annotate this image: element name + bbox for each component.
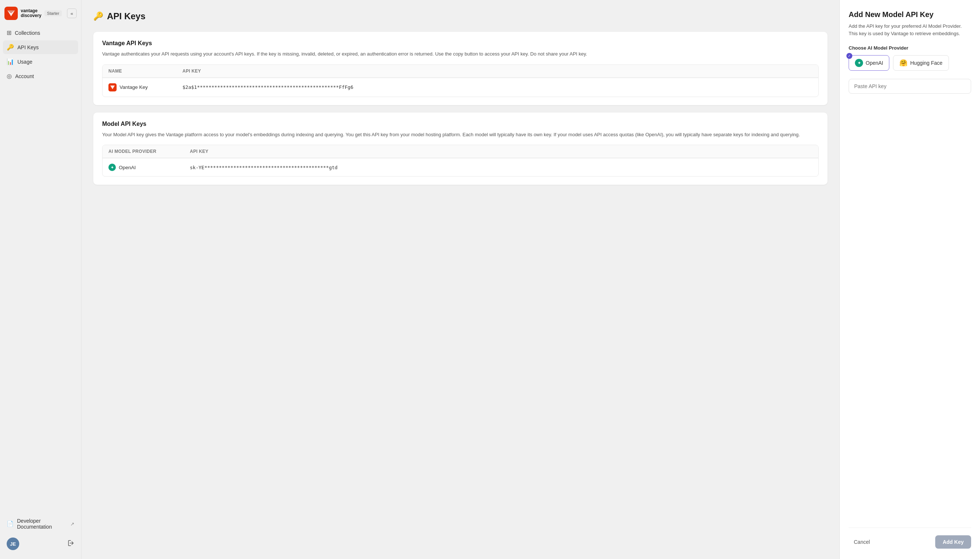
logo-text-area: vantagediscovery — [21, 8, 41, 18]
sidebar-item-label: Usage — [17, 59, 32, 65]
cancel-button[interactable]: Cancel — [849, 536, 875, 548]
panel-footer: Cancel Add Key — [849, 528, 971, 549]
user-area: JE — [3, 534, 78, 553]
key-icon: 🔑 — [7, 44, 14, 51]
chart-icon: 📊 — [7, 58, 14, 65]
avatar: JE — [7, 538, 19, 550]
selected-checkmark: ✓ — [846, 53, 852, 59]
openai-icon: ✦ — [855, 59, 863, 67]
circle-user-icon: ◎ — [7, 73, 12, 79]
api-key-input[interactable] — [849, 79, 971, 94]
panel-description: Add the API key for your preferred AI Mo… — [849, 23, 971, 37]
col-provider-header: AI Model Provider — [109, 149, 190, 154]
huggingface-label: Hugging Face — [910, 60, 942, 66]
huggingface-icon: 🤗 — [899, 59, 907, 67]
page-title: API Keys — [107, 11, 145, 22]
huggingface-provider-button[interactable]: 🤗 Hugging Face — [893, 55, 949, 71]
table-row: ✦ OpenAI sk-YE**************************… — [102, 158, 818, 176]
vantage-keys-table: Name API Key Vantage Key $2a$1**********… — [102, 64, 818, 97]
nav-items: ⊞ Collections 🔑 API Keys 📊 Usage ◎ Accou… — [0, 26, 81, 512]
model-api-keys-section: Model API Keys Your Model API key gives … — [93, 112, 828, 185]
logout-icon — [67, 539, 74, 547]
panel-title: Add New Model API Key — [849, 10, 971, 19]
document-icon: 📄 — [7, 521, 14, 527]
model-section-desc: Your Model API key gives the Vantage pla… — [102, 131, 818, 139]
developer-documentation-link[interactable]: 📄 Developer Documentation ↗ — [3, 514, 78, 533]
vantage-api-keys-section: Vantage API Keys Vantage authenticates y… — [93, 32, 828, 105]
main-content: 🔑 API Keys Vantage API Keys Vantage auth… — [81, 0, 839, 559]
provider-options: ✓ ✦ OpenAI 🤗 Hugging Face — [849, 55, 971, 71]
sidebar-item-api-keys[interactable]: 🔑 API Keys — [3, 40, 78, 54]
sidebar-item-collections[interactable]: ⊞ Collections — [3, 26, 78, 40]
row-name-cell: Vantage Key — [109, 83, 182, 91]
logo-area: vantagediscovery Starter — [5, 7, 62, 20]
logout-button[interactable] — [67, 539, 74, 549]
vantage-key-logo — [109, 83, 117, 91]
model-api-key-value: sk-YE***********************************… — [190, 165, 812, 170]
vantage-logo-icon — [5, 7, 18, 20]
openai-provider-label: OpenAI — [119, 165, 136, 170]
openai-provider-button[interactable]: ✓ ✦ OpenAI — [849, 55, 889, 71]
external-link-icon: ↗ — [70, 521, 74, 527]
vantage-table-header: Name API Key — [102, 65, 818, 78]
vantage-key-name: Vantage Key — [120, 84, 148, 90]
sidebar: vantagediscovery Starter « ⊞ Collections… — [0, 0, 81, 559]
sidebar-header: vantagediscovery Starter « — [0, 5, 81, 26]
col-apikey-header2: API Key — [190, 149, 812, 154]
row-provider-cell: ✦ OpenAI — [109, 164, 190, 171]
page-title-icon: 🔑 — [93, 12, 103, 21]
model-section-title: Model API Keys — [102, 121, 818, 127]
openai-label: OpenAI — [866, 60, 883, 66]
sidebar-item-usage[interactable]: 📊 Usage — [3, 55, 78, 68]
layers-icon: ⊞ — [7, 29, 12, 36]
model-keys-table: AI Model Provider API Key ✦ OpenAI sk-YE… — [102, 145, 818, 177]
page-title-row: 🔑 API Keys — [93, 11, 828, 22]
add-key-button[interactable]: Add Key — [935, 535, 971, 549]
dev-doc-label: Developer Documentation — [17, 518, 68, 530]
vantage-api-key-value: $2a$1***********************************… — [182, 84, 812, 90]
vantage-section-title: Vantage API Keys — [102, 40, 818, 46]
col-name-header: Name — [109, 68, 182, 74]
col-apikey-header: API Key — [182, 68, 812, 74]
sidebar-bottom: 📄 Developer Documentation ↗ JE — [0, 512, 81, 554]
table-row: Vantage Key $2a$1***********************… — [102, 78, 818, 97]
vantage-section-desc: Vantage authenticates your API requests … — [102, 50, 818, 58]
sidebar-item-account[interactable]: ◎ Account — [3, 69, 78, 83]
provider-label: Choose AI Model Provider — [849, 45, 971, 51]
logo-name: vantagediscovery — [21, 8, 41, 18]
sidebar-item-label: Account — [15, 73, 34, 79]
right-panel: Add New Model API Key Add the API key fo… — [839, 0, 980, 559]
sidebar-item-label: Collections — [15, 30, 40, 36]
sidebar-item-label: API Keys — [17, 45, 39, 50]
model-table-header: AI Model Provider API Key — [102, 145, 818, 158]
collapse-button[interactable]: « — [67, 8, 77, 18]
openai-provider-icon: ✦ — [109, 164, 116, 171]
plan-badge: Starter — [45, 10, 62, 16]
